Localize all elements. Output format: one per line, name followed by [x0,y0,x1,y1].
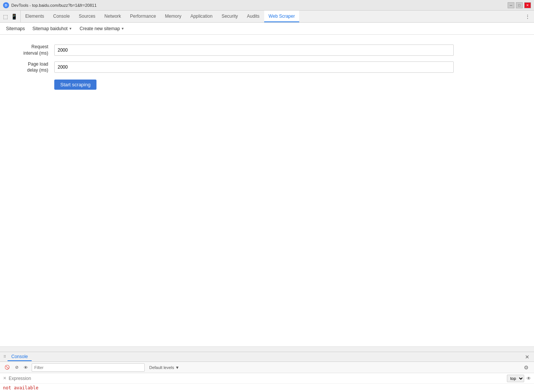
close-button[interactable]: ✕ [524,2,531,8]
horizontal-scrollbar[interactable] [0,346,534,352]
tab-sources[interactable]: Sources [74,11,100,22]
device-icon[interactable]: 📱 [11,14,17,20]
drag-handle-icon[interactable]: ⠿ [2,354,8,360]
clear-console-button[interactable]: 🚫 [3,364,11,371]
chevron-down-icon: ▼ [175,365,179,370]
request-interval-input[interactable] [54,44,454,56]
tab-performance[interactable]: Performance [125,11,161,22]
console-panel: ⠿ Console ✕ 🚫 ⊘ 👁 Default levels ▼ ⚙ ✕ [0,352,534,392]
maximize-button[interactable]: □ [516,2,523,8]
devtools-more-button[interactable]: ⋮ [521,11,534,22]
tab-console[interactable]: Console [49,11,74,22]
console-input-row: ✕ top 👁 [0,373,534,384]
window-controls: ─ □ ✕ [508,2,531,8]
tab-audits[interactable]: Audits [242,11,264,22]
close-icon: ✕ [3,376,6,381]
tab-application[interactable]: Application [186,11,217,22]
default-levels-dropdown[interactable]: Default levels ▼ [147,364,182,371]
inspect-icon[interactable]: ⬚ [3,14,8,20]
subnav-create-new-sitemap[interactable]: Create new sitemap ▼ [77,24,127,33]
clear-icon: 🚫 [5,365,10,370]
console-output: not available [0,384,534,392]
start-scraping-button[interactable]: Start scraping [54,80,96,90]
console-tab-bar: ⠿ Console ✕ [0,352,534,362]
title-text: DevTools - top.baidu.com/buzz?b=1&fr=208… [11,3,508,8]
tab-memory[interactable]: Memory [161,11,186,22]
subnav-sitemap-baiduhot[interactable]: Sitemap baiduhot ▼ [29,24,75,33]
console-tab[interactable]: Console [8,353,32,361]
tab-network[interactable]: Network [100,11,125,22]
console-settings-button[interactable]: ⚙ [522,364,531,371]
request-interval-label: Requestinterval (ms) [9,44,54,57]
console-toolbar: 🚫 ⊘ 👁 Default levels ▼ ⚙ [0,362,534,373]
title-bar: D DevTools - top.baidu.com/buzz?b=1&fr=2… [0,0,534,11]
eye-icon[interactable]: 👁 [526,376,531,381]
request-interval-row: Requestinterval (ms) [9,44,525,57]
devtools-tabs: ⬚ 📱 Elements Console Sources Network Per… [0,11,534,23]
page-load-delay-label: Page loaddelay (ms) [9,61,54,74]
scraper-form: Requestinterval (ms) Page loaddelay (ms)… [0,41,534,93]
subnav-sitemaps[interactable]: Sitemaps [3,24,28,33]
sub-nav: Sitemaps Sitemap baiduhot ▼ Create new s… [0,23,534,35]
expression-input[interactable] [9,376,505,381]
page-load-delay-row: Page loaddelay (ms) [9,61,525,74]
show-sidebar-button[interactable]: 👁 [22,364,29,371]
devtools-icon-buttons: ⬚ 📱 [0,11,21,22]
block-requests-button[interactable]: ⊘ [14,364,20,371]
main-content: Requestinterval (ms) Page loaddelay (ms)… [0,35,534,346]
page-load-delay-input[interactable] [54,61,454,73]
tab-elements[interactable]: Elements [21,11,49,22]
minimize-button[interactable]: ─ [508,2,514,8]
close-console-button[interactable]: ✕ [522,354,532,360]
block-icon: ⊘ [15,365,18,370]
tab-security[interactable]: Security [217,11,242,22]
devtools-icon: D [3,2,9,8]
filter-input[interactable] [32,363,145,372]
tab-web-scraper[interactable]: Web Scraper [264,11,300,22]
context-selector[interactable]: top [507,375,524,382]
chevron-down-icon: ▼ [69,27,72,31]
chevron-down-icon: ▼ [121,27,124,31]
eye-icon: 👁 [24,365,28,370]
